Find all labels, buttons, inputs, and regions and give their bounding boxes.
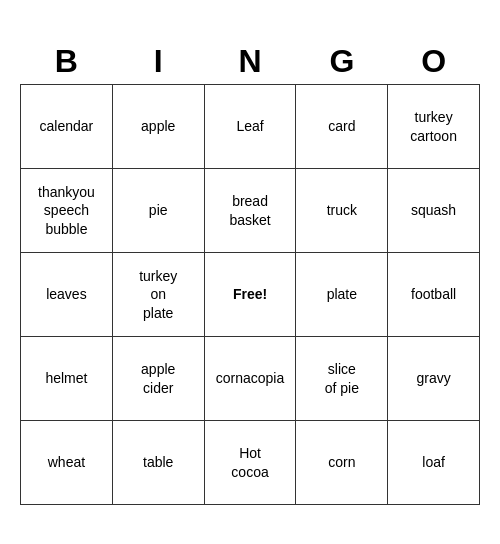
bingo-cell-0-2: Leaf bbox=[204, 85, 296, 169]
bingo-cell-1-3: truck bbox=[296, 169, 388, 253]
bingo-cell-2-1: turkeyonplate bbox=[112, 253, 204, 337]
bingo-cell-3-3: sliceof pie bbox=[296, 337, 388, 421]
bingo-cell-3-1: applecider bbox=[112, 337, 204, 421]
bingo-cell-2-4: football bbox=[388, 253, 480, 337]
bingo-cell-4-3: corn bbox=[296, 421, 388, 505]
bingo-cell-2-3: plate bbox=[296, 253, 388, 337]
bingo-cell-1-4: squash bbox=[388, 169, 480, 253]
bingo-cell-3-0: helmet bbox=[21, 337, 113, 421]
bingo-cell-4-1: table bbox=[112, 421, 204, 505]
header-b: B bbox=[21, 39, 113, 85]
bingo-cell-0-1: apple bbox=[112, 85, 204, 169]
header-i: I bbox=[112, 39, 204, 85]
bingo-cell-3-4: gravy bbox=[388, 337, 480, 421]
header-g: G bbox=[296, 39, 388, 85]
bingo-card: B I N G O calendarappleLeafcardturkeycar… bbox=[20, 39, 480, 505]
bingo-cell-4-0: wheat bbox=[21, 421, 113, 505]
table-row: leavesturkeyonplateFree!platefootball bbox=[21, 253, 480, 337]
bingo-cell-1-1: pie bbox=[112, 169, 204, 253]
header-o: O bbox=[388, 39, 480, 85]
bingo-cell-1-2: breadbasket bbox=[204, 169, 296, 253]
bingo-cell-4-4: loaf bbox=[388, 421, 480, 505]
bingo-cell-4-2: Hotcocoa bbox=[204, 421, 296, 505]
table-row: wheattableHotcocoacornloaf bbox=[21, 421, 480, 505]
bingo-cell-1-0: thankyouspeechbubble bbox=[21, 169, 113, 253]
table-row: helmetapplecidercornacopiasliceof piegra… bbox=[21, 337, 480, 421]
table-row: thankyouspeechbubblepiebreadbaskettrucks… bbox=[21, 169, 480, 253]
bingo-body: calendarappleLeafcardturkeycartoonthanky… bbox=[21, 85, 480, 505]
header-n: N bbox=[204, 39, 296, 85]
header-row: B I N G O bbox=[21, 39, 480, 85]
bingo-cell-0-4: turkeycartoon bbox=[388, 85, 480, 169]
bingo-cell-2-0: leaves bbox=[21, 253, 113, 337]
bingo-cell-0-3: card bbox=[296, 85, 388, 169]
table-row: calendarappleLeafcardturkeycartoon bbox=[21, 85, 480, 169]
bingo-cell-0-0: calendar bbox=[21, 85, 113, 169]
bingo-cell-2-2: Free! bbox=[204, 253, 296, 337]
bingo-cell-3-2: cornacopia bbox=[204, 337, 296, 421]
